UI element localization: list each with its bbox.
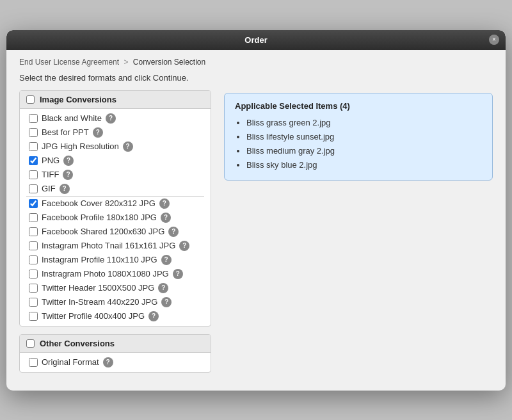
chk-tw-instream[interactable] <box>29 298 38 307</box>
chk-png-label: PNG <box>42 156 60 165</box>
chk-orig-label: Original Format <box>42 357 99 367</box>
list-item: Instragram Photo 1080X1080 JPG ? <box>20 267 211 281</box>
chk-fb-cover[interactable] <box>29 199 38 208</box>
modal-overlay: Order × End User License Agreement > Con… <box>0 0 512 420</box>
list-item: Facebook Cover 820x312 JPG ? <box>20 197 211 211</box>
other-conversions-master-checkbox[interactable] <box>26 339 35 348</box>
help-fb-cover-button[interactable]: ? <box>159 198 170 209</box>
help-tw-header-button[interactable]: ? <box>158 283 168 293</box>
close-button[interactable]: × <box>489 35 499 45</box>
list-item: JPG High Resolution ? <box>20 140 211 154</box>
chk-ig-photo2[interactable] <box>29 270 38 279</box>
applicable-item: Bliss lifestyle sunset.jpg <box>246 130 482 144</box>
chk-ig-photo2-label: Instragram Photo 1080X1080 JPG <box>42 269 169 279</box>
applicable-box: Applicable Selected Items (4) Bliss gras… <box>224 93 493 181</box>
help-ig-profile-button[interactable]: ? <box>161 255 172 265</box>
chk-fb-shared-label: Facebook Shared 1200x630 JPG <box>42 227 164 236</box>
chk-tw-profile[interactable] <box>29 312 38 321</box>
instruction-text: Select the desired formats and click Con… <box>19 73 493 83</box>
chk-ppt-label: Best for PPT <box>42 127 89 137</box>
chk-tiff[interactable] <box>29 170 38 179</box>
chk-fb-shared[interactable] <box>29 227 38 236</box>
left-panel: Image Conversions Black and White ? Best… <box>19 90 211 380</box>
list-item: Black and White ? <box>20 111 211 125</box>
help-bw-button[interactable]: ? <box>106 113 116 124</box>
right-panel: Applicable Selected Items (4) Bliss gras… <box>224 90 493 380</box>
list-item: Twitter Profile 400x400 JPG ? <box>20 309 211 323</box>
modal-body: End User License Agreement > Conversion … <box>6 50 506 391</box>
list-item: Twitter Header 1500X500 JPG ? <box>20 281 211 295</box>
image-conversions-section: Image Conversions Black and White ? Best… <box>19 90 211 327</box>
image-conversions-label[interactable]: Image Conversions <box>40 95 116 104</box>
list-item: GIF ? <box>20 182 211 196</box>
modal-title: Order <box>244 35 267 45</box>
help-tw-instream-button[interactable]: ? <box>161 297 172 307</box>
other-conversions-label[interactable]: Other Conversions <box>40 339 115 348</box>
chk-tw-header-label: Twitter Header 1500X500 JPG <box>42 283 154 293</box>
help-ig-photo2-button[interactable]: ? <box>173 269 183 279</box>
chk-orig[interactable] <box>29 358 38 367</box>
list-item: PNG ? <box>20 154 211 168</box>
help-tw-profile-button[interactable]: ? <box>148 311 159 321</box>
chk-ppt[interactable] <box>29 128 38 137</box>
chk-gif[interactable] <box>29 184 38 193</box>
order-modal: Order × End User License Agreement > Con… <box>6 30 506 391</box>
applicable-item: Bliss grass green 2.jpg <box>246 116 482 130</box>
modal-header: Order × <box>6 30 506 50</box>
chk-ig-profile-label: Instagram Profile 110x110 JPG <box>42 255 157 264</box>
list-item: Best for PPT ? <box>20 125 211 140</box>
other-conversions-header: Other Conversions <box>20 335 211 353</box>
breadcrumb-current: Conversion Selection <box>133 58 205 67</box>
image-conversions-header: Image Conversions <box>20 91 211 109</box>
other-conversions-section: Other Conversions Original Format ? <box>19 334 211 373</box>
chk-bw-label: Black and White <box>42 113 102 123</box>
chk-fb-profile-label: Facebook Profile 180x180 JPG <box>42 213 157 222</box>
chk-tw-header[interactable] <box>29 284 38 293</box>
image-conversions-master-checkbox[interactable] <box>26 95 35 104</box>
chk-ig-photo[interactable] <box>29 241 38 250</box>
help-fb-shared-button[interactable]: ? <box>168 227 179 237</box>
chk-bw[interactable] <box>29 114 38 123</box>
breadcrumb-parent[interactable]: End User License Agreement <box>19 58 119 67</box>
chk-tiff-label: TIFF <box>42 170 59 179</box>
chk-ig-profile[interactable] <box>29 255 38 264</box>
help-tiff-button[interactable]: ? <box>63 170 73 180</box>
chk-jpghires[interactable] <box>29 142 38 151</box>
chk-tw-instream-label: Twitter In-Stream 440x220 JPG <box>42 297 157 307</box>
help-ig-photo-button[interactable]: ? <box>179 241 189 251</box>
help-jpghires-button[interactable]: ? <box>123 141 133 152</box>
breadcrumb-separator: > <box>124 58 128 67</box>
list-item: Facebook Shared 1200x630 JPG ? <box>20 225 211 239</box>
image-conversions-items: Black and White ? Best for PPT ? JPG Hig… <box>20 109 211 326</box>
help-fb-profile-button[interactable]: ? <box>161 213 171 223</box>
content-area: Image Conversions Black and White ? Best… <box>19 90 493 380</box>
breadcrumb: End User License Agreement > Conversion … <box>19 58 493 67</box>
other-conversions-items: Original Format ? <box>20 353 211 372</box>
list-item: Original Format ? <box>20 355 211 369</box>
chk-fb-profile[interactable] <box>29 213 38 222</box>
list-item: TIFF ? <box>20 168 211 182</box>
chk-png[interactable] <box>29 156 38 165</box>
help-ppt-button[interactable]: ? <box>93 127 103 138</box>
help-gif-button[interactable]: ? <box>60 184 70 194</box>
list-item: Instagram Photo Tnail 161x161 JPG ? <box>20 239 211 253</box>
applicable-title: Applicable Selected Items (4) <box>235 101 482 111</box>
chk-tw-profile-label: Twitter Profile 400x400 JPG <box>42 311 145 321</box>
list-item: Facebook Profile 180x180 JPG ? <box>20 211 211 225</box>
help-orig-button[interactable]: ? <box>103 357 113 368</box>
applicable-list: Bliss grass green 2.jpg Bliss lifestyle … <box>235 116 482 172</box>
list-item: Twitter In-Stream 440x220 JPG ? <box>20 295 211 309</box>
chk-fb-cover-label: Facebook Cover 820x312 JPG <box>42 198 156 208</box>
list-item: Instagram Profile 110x110 JPG ? <box>20 253 211 267</box>
applicable-item: Bliss medium gray 2.jpg <box>246 144 482 158</box>
applicable-item: Bliss sky blue 2.jpg <box>246 158 482 172</box>
chk-gif-label: GIF <box>42 184 56 193</box>
chk-ig-photo-label: Instagram Photo Tnail 161x161 JPG <box>42 241 175 250</box>
chk-jpghires-label: JPG High Resolution <box>42 141 119 151</box>
help-png-button[interactable]: ? <box>63 156 74 166</box>
